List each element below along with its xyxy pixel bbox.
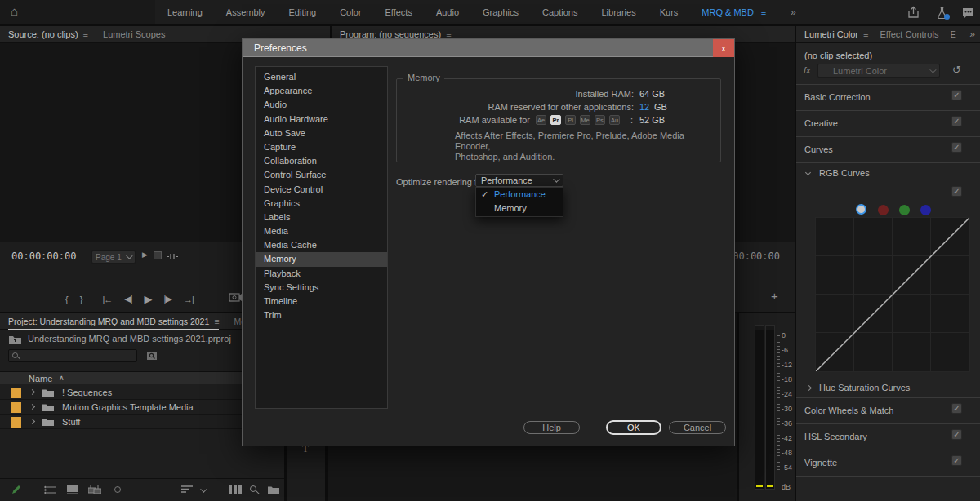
pref-category-capture[interactable]: Capture	[256, 140, 387, 154]
list-view-icon[interactable]	[44, 485, 56, 494]
expand-icon[interactable]	[29, 389, 35, 395]
mark-in-button[interactable]: {	[65, 295, 68, 304]
workspace-tab-assembly[interactable]: Assembly	[226, 7, 265, 17]
section-curves[interactable]: Curves	[804, 144, 833, 154]
curves-checkbox[interactable]: ✓	[951, 142, 962, 153]
dialog-title-bar[interactable]: Preferences	[243, 39, 734, 57]
icon-view-icon[interactable]	[67, 485, 78, 494]
zoom-slider[interactable]	[124, 490, 160, 490]
dialog-close-button[interactable]: x	[713, 39, 734, 57]
label-swatch[interactable]	[11, 402, 21, 413]
curve-channel-green[interactable]	[899, 205, 910, 215]
workspace-tab-kurs[interactable]: Kurs	[660, 7, 679, 17]
mark-out-button[interactable]: }	[80, 295, 82, 304]
hue-sat-expand-icon[interactable]	[806, 385, 812, 391]
pref-category-general[interactable]: General	[256, 70, 387, 84]
label-swatch[interactable]	[11, 388, 21, 398]
pref-category-media[interactable]: Media	[256, 224, 387, 238]
go-to-out-button[interactable]: →|	[184, 295, 194, 304]
writable-pencil-icon[interactable]	[11, 485, 21, 495]
tab-project[interactable]: Project: Understanding MRQ and MBD setti…	[8, 317, 219, 326]
beta-beaker-icon[interactable]	[935, 6, 949, 20]
hue-saturation-curves-header[interactable]: Hue Saturation Curves	[819, 383, 910, 392]
hsl-secondary-checkbox[interactable]: ✓	[951, 429, 962, 440]
basic-correction-checkbox[interactable]: ✓	[951, 90, 962, 100]
reset-effect-icon[interactable]: ↺	[952, 64, 961, 76]
tab-source[interactable]: Source: (no clips)≡	[8, 29, 88, 39]
workspace-tab-captions[interactable]: Captions	[542, 7, 577, 17]
panel-overflow-icon[interactable]: »	[969, 29, 975, 40]
menu-item-memory[interactable]: Memory	[476, 202, 563, 215]
zoom-out-handle[interactable]	[114, 486, 121, 493]
pref-category-labels[interactable]: Labels	[256, 211, 387, 224]
pref-category-media-cache[interactable]: Media Cache	[256, 238, 387, 252]
search-input[interactable]	[8, 349, 137, 362]
workspace-tab-audio[interactable]: Audio	[436, 7, 459, 17]
vignette-checkbox[interactable]: ✓	[951, 455, 962, 466]
automate-sequence-icon[interactable]	[229, 485, 242, 494]
project-root-folder-icon[interactable]	[9, 335, 21, 344]
workspace-tab-graphics[interactable]: Graphics	[483, 7, 519, 17]
settings-icon[interactable]	[154, 251, 162, 259]
pref-category-memory[interactable]: Memory	[256, 252, 387, 266]
rgb-curves-checkbox[interactable]: ✓	[951, 186, 962, 197]
curve-channel-master[interactable]	[856, 204, 866, 215]
workspace-tab-color[interactable]: Color	[340, 7, 361, 17]
new-bin-icon[interactable]	[268, 485, 279, 494]
pref-category-trim[interactable]: Trim	[256, 308, 387, 322]
find-button-icon[interactable]	[250, 485, 256, 492]
menu-item-performance[interactable]: ✓ Performance	[476, 188, 563, 202]
workspace-tab-editing[interactable]: Editing	[289, 7, 317, 17]
workspace-overflow-icon[interactable]: »	[791, 7, 796, 18]
rgb-curves-expand-icon[interactable]	[805, 170, 811, 175]
play-page-icon[interactable]: ▶	[142, 250, 148, 259]
sort-icon[interactable]	[181, 485, 193, 494]
cancel-button[interactable]: Cancel	[669, 421, 726, 434]
curve-channel-red[interactable]	[878, 205, 889, 215]
panel-menu-icon[interactable]: ≡	[214, 317, 219, 326]
project-breadcrumb[interactable]: Understanding MRQ and MBD settings 2021.…	[28, 334, 231, 344]
tab-effect-controls[interactable]: Effect Controls	[880, 29, 938, 39]
page-selector[interactable]: Page 1	[91, 250, 136, 264]
pref-category-appearance[interactable]: Appearance	[256, 84, 387, 98]
tab-lumetri-color[interactable]: Lumetri Color≡	[804, 29, 868, 39]
pref-category-audio-hardware[interactable]: Audio Hardware	[256, 113, 387, 126]
workspace-tab-effects[interactable]: Effects	[385, 7, 412, 17]
reserved-ram-value[interactable]: 12	[639, 102, 649, 112]
panel-menu-icon[interactable]: ≡	[83, 29, 88, 39]
add-button[interactable]: +	[771, 289, 778, 303]
home-icon[interactable]: ⌂	[11, 4, 18, 18]
workspace-tab-mrq-mbd[interactable]: MRQ & MBD	[702, 7, 754, 17]
workspace-menu-icon[interactable]: ≡	[761, 7, 766, 17]
section-basic-correction[interactable]: Basic Correction	[804, 92, 871, 102]
export-frame-icon[interactable]	[229, 292, 242, 304]
source-timecode[interactable]: 00:00:00:00	[11, 250, 76, 262]
pref-category-timeline[interactable]: Timeline	[256, 295, 387, 308]
expand-icon[interactable]	[29, 404, 35, 410]
column-name[interactable]: Name	[29, 374, 52, 384]
section-color-wheels[interactable]: Color Wheels & Match	[804, 406, 893, 415]
feedback-icon[interactable]	[961, 6, 975, 20]
tab-lumetri-scopes[interactable]: Lumetri Scopes	[103, 29, 165, 39]
pref-category-audio[interactable]: Audio	[256, 98, 387, 112]
pref-category-device-control[interactable]: Device Control	[256, 183, 387, 197]
go-to-in-button[interactable]: |←	[102, 295, 112, 304]
curve-channel-blue[interactable]	[920, 205, 931, 215]
ok-button[interactable]: OK	[606, 420, 662, 435]
pref-category-collaboration[interactable]: Collaboration	[256, 154, 387, 168]
pref-category-control-surface[interactable]: Control Surface	[256, 168, 387, 182]
workspace-tab-learning[interactable]: Learning	[167, 7, 203, 17]
play-button[interactable]: ▶	[145, 293, 152, 305]
step-back-button[interactable]: ◀|	[124, 294, 131, 304]
help-button[interactable]: Help	[523, 421, 580, 434]
rgb-curves-header[interactable]: RGB Curves	[819, 168, 870, 178]
rgb-curve-editor[interactable]	[815, 217, 970, 372]
label-swatch[interactable]	[11, 417, 21, 428]
pref-category-playback[interactable]: Playback	[256, 267, 387, 281]
color-wheels-checkbox[interactable]: ✓	[951, 403, 962, 414]
expand-icon[interactable]	[29, 419, 35, 424]
sort-chevron-icon[interactable]	[200, 485, 207, 492]
fit-icon[interactable]	[167, 252, 178, 262]
optimize-rendering-select[interactable]: Performance	[475, 174, 564, 187]
section-creative[interactable]: Creative	[804, 118, 838, 128]
